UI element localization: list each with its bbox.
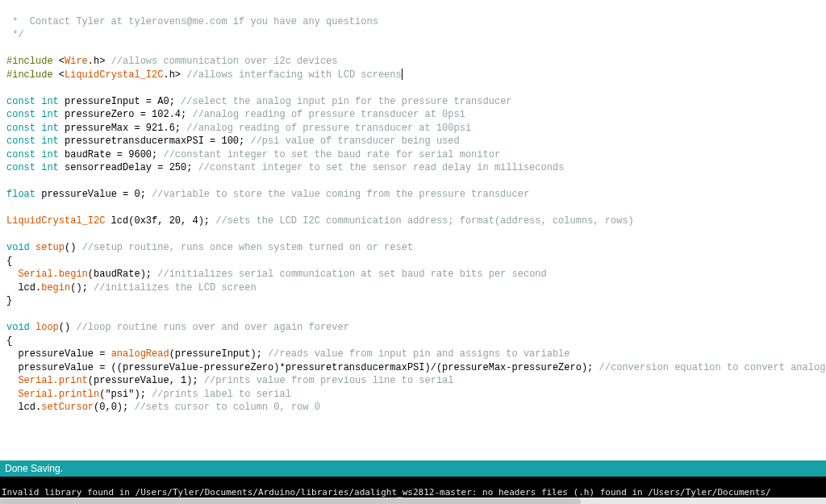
- code-line: * Contact Tyler at tylerovens@me.com if …: [6, 16, 378, 27]
- code-line: const int pressureZero = 102.4; //analog…: [6, 109, 465, 120]
- code-line: Serial.begin(baudRate); //initializes se…: [6, 269, 547, 280]
- code-line: const int baudRate = 9600; //constant in…: [6, 149, 500, 160]
- horizontal-scrollbar[interactable]: [0, 498, 826, 504]
- code-line: {: [6, 256, 12, 267]
- code-line: const int pressureMax = 921.6; //analog …: [6, 123, 471, 134]
- text-cursor-icon: [402, 69, 403, 80]
- scrollbar-thumb[interactable]: [0, 498, 581, 504]
- console-line: Invalid library found in /Users/Tyler/Do…: [2, 487, 771, 498]
- code-line: pressureValue = analogRead(pressureInput…: [6, 348, 570, 360]
- code-line: void loop() //loop routine runs over and…: [6, 322, 349, 333]
- code-line: const int sensorreadDelay = 250; //const…: [6, 162, 564, 173]
- code-line: #include <LiquidCrystal_I2C.h> //allows …: [6, 69, 403, 81]
- code-line: }: [6, 295, 12, 306]
- code-line: float pressureValue = 0; //variable to s…: [6, 189, 529, 200]
- code-line: {: [6, 335, 12, 347]
- code-line: lcd.setCursor(0,0); //sets cursor to col…: [6, 402, 320, 413]
- code-line: void setup() //setup routine, runs once …: [6, 242, 413, 253]
- console-output[interactable]: Invalid library found in /Users/Tyler/Do…: [0, 477, 826, 498]
- code-line: #include <Wire.h> //allows communication…: [6, 56, 338, 67]
- code-line: lcd.begin(); //initializes the LCD scree…: [6, 282, 257, 294]
- code-line: const int pressuretransducermaxPSI = 100…: [6, 135, 460, 147]
- status-message: Done Saving.: [5, 463, 63, 474]
- code-line: Serial.print(pressureValue, 1); //prints…: [6, 375, 454, 386]
- code-line: LiquidCrystal_I2C lcd(0x3f, 20, 4); //se…: [6, 215, 634, 227]
- code-line: pressureValue = ((pressureValue-pressure…: [6, 362, 826, 373]
- status-bar: Done Saving.: [0, 460, 826, 477]
- code-editor[interactable]: * Contact Tyler at tylerovens@me.com if …: [0, 0, 826, 460]
- code-line: Serial.println("psi"); //prints label to…: [6, 389, 291, 400]
- code-line: */: [6, 29, 24, 40]
- code-line: const int pressureInput = A0; //select t…: [6, 96, 512, 107]
